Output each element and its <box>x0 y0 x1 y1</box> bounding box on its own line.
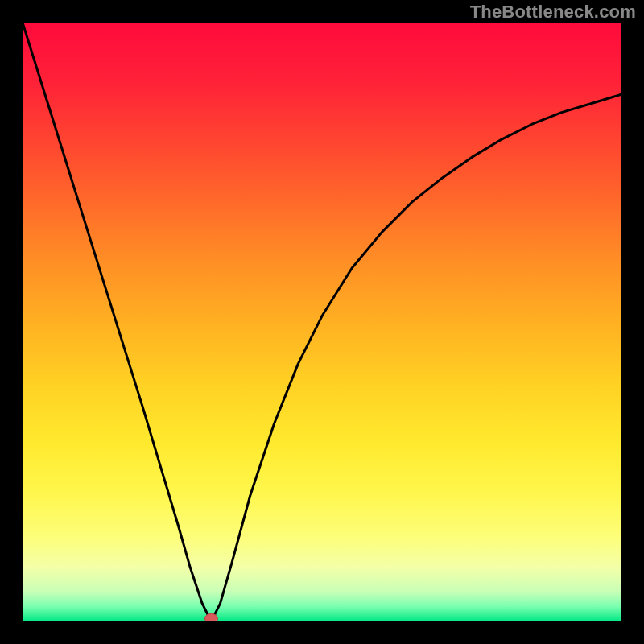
plot-svg <box>23 23 621 621</box>
minimum-marker <box>204 613 217 621</box>
watermark-text: TheBottleneck.com <box>470 2 636 23</box>
gradient-background <box>23 23 621 621</box>
chart-container: TheBottleneck.com <box>0 0 644 644</box>
plot-frame <box>23 23 621 621</box>
